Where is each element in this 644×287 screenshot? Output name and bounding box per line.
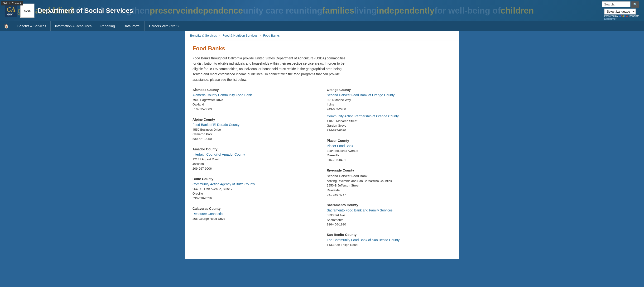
phone-alpine: 530-621-9950 bbox=[192, 137, 317, 141]
page-wrapper: Benefits & Services › Food & Nutrition S… bbox=[185, 31, 459, 259]
county-name-alameda: Alameda County bbox=[192, 88, 317, 92]
logo-area: CA .GOV CDSS Department of Social Servic… bbox=[5, 4, 133, 18]
address-alpine-1: 4550 Business Drive bbox=[192, 127, 317, 132]
main-nav: 🏠 Benefits & Services Information & Reso… bbox=[0, 22, 644, 31]
search-area: 🔍 bbox=[602, 2, 639, 8]
phone-orange-2: 714-897-6670 bbox=[327, 128, 452, 132]
address-san-benito-1: 1133 San Felipe Road bbox=[327, 242, 452, 247]
header-right: 🔍 Select Language Powered by Google Tran… bbox=[602, 2, 639, 20]
address-placer-2: Roseville bbox=[327, 153, 452, 158]
bank-link-alameda-community[interactable]: Alameda County Community Food Bank bbox=[192, 93, 317, 97]
phone-alameda: 510-635-3663 bbox=[192, 108, 317, 111]
county-riverside: Riverside County Second Harvest Food Ban… bbox=[327, 168, 452, 197]
address-sacramento-1: 3333 3rd Ave. bbox=[327, 213, 452, 218]
phone-placer: 916-783-0481 bbox=[327, 158, 452, 162]
county-calaveras: Calaveras County Resource Connection 206… bbox=[192, 207, 317, 221]
gov-text: .GOV bbox=[7, 13, 16, 16]
county-placer: Placer County Placer Food Bank 8284 Indu… bbox=[327, 139, 452, 162]
bank-link-eldorado[interactable]: Food Bank of El Dorado County bbox=[192, 123, 317, 127]
bank-name-second-harvest-riverside: Second Harvest Food Bank bbox=[327, 174, 452, 179]
nav-data-portal[interactable]: Data Portal bbox=[119, 22, 144, 31]
nav-information-resources[interactable]: Information & Resources bbox=[50, 22, 96, 31]
county-name-alpine: Alpine County bbox=[192, 118, 317, 122]
county-name-sacramento: Sacramento County bbox=[327, 203, 452, 207]
address-placer-1: 8284 Industrial Avenue bbox=[327, 148, 452, 153]
address-orange-cap-1: 11870 Monarch Street bbox=[327, 119, 452, 124]
main-content: Food Banks Food Banks throughout Califor… bbox=[185, 40, 459, 259]
header-banner: to aged and blind aid and strengthen pre… bbox=[0, 0, 644, 22]
county-orange: Orange County Second Harvest Food Bank o… bbox=[327, 88, 452, 132]
address-amador-1: 12181 Airport Road bbox=[192, 157, 317, 162]
county-san-benito: San Benito County The Community Food Ban… bbox=[327, 233, 452, 247]
phone-amador: 209-267-9006 bbox=[192, 167, 317, 170]
address-butte-2: Oroville bbox=[192, 191, 317, 196]
county-sacramento: Sacramento County Sacramento Food Bank a… bbox=[327, 203, 452, 226]
county-name-riverside: Riverside County bbox=[327, 168, 452, 172]
disclaimer-link[interactable]: Disclaimer bbox=[604, 17, 616, 20]
nav-benefits-services[interactable]: Benefits & Services bbox=[13, 22, 50, 31]
county-name-butte: Butte County bbox=[192, 177, 317, 181]
search-button[interactable]: 🔍 bbox=[632, 2, 639, 8]
address-riverside-2: Riverside bbox=[327, 188, 452, 193]
left-column: Alameda County Alameda County Community … bbox=[192, 88, 317, 254]
dept-title: Department of Social Services bbox=[37, 7, 133, 14]
breadcrumb-sep-1: › bbox=[219, 34, 220, 37]
language-select[interactable]: Select Language bbox=[604, 8, 636, 14]
riverside-subtext: serving Riverside and San Bernardino Cou… bbox=[327, 179, 452, 184]
county-name-placer: Placer County bbox=[327, 139, 452, 142]
address-calaveras-1: 206 George Reed Drive bbox=[192, 216, 317, 221]
county-butte: Butte County Community Action Agency of … bbox=[192, 177, 317, 200]
breadcrumb-sep-2: › bbox=[260, 34, 261, 37]
breadcrumb-benefits[interactable]: Benefits & Services bbox=[190, 34, 217, 37]
address-alameda-2: Oakland bbox=[192, 102, 317, 107]
bank-link-second-harvest-orange[interactable]: Second Harvest Food Bank of Orange Count… bbox=[327, 93, 452, 97]
ca-text: CA bbox=[7, 6, 16, 13]
bank-link-sacramento-food-bank[interactable]: Sacramento Food Bank and Family Services bbox=[327, 208, 452, 212]
phone-sacramento: 916-456-1980 bbox=[327, 222, 452, 226]
address-alameda-1: 7900 Edgewater Drive bbox=[192, 98, 317, 102]
bank-link-placer-food-bank[interactable]: Placer Food Bank bbox=[327, 144, 452, 148]
ca-gov-logo[interactable]: CA .GOV bbox=[5, 5, 17, 17]
nav-careers[interactable]: Careers With CDSS bbox=[144, 22, 183, 31]
address-riverside-1: 2950-B Jefferson Street bbox=[327, 183, 452, 188]
nav-reporting[interactable]: Reporting bbox=[96, 22, 119, 31]
food-banks-grid: Alameda County Alameda County Community … bbox=[192, 88, 452, 254]
bank-link-community-food-san-benito[interactable]: The Community Food Bank of San Benito Co… bbox=[327, 238, 452, 242]
county-name-orange: Orange County bbox=[327, 88, 452, 92]
phone-riverside: 951-359-4757 bbox=[327, 193, 452, 196]
address-amador-2: Jackson bbox=[192, 162, 317, 166]
address-orange-1: 8014 Marine Way bbox=[327, 98, 452, 102]
breadcrumb-food-banks[interactable]: Food Banks bbox=[263, 34, 280, 37]
skip-link[interactable]: Skip to Content bbox=[1, 1, 23, 6]
bank-link-cap-orange[interactable]: Community Action Partnership of Orange C… bbox=[327, 114, 452, 118]
language-select-area: Select Language Powered by Google Transl… bbox=[604, 8, 639, 20]
county-amador: Amador County Interfaith Council of Amad… bbox=[192, 147, 317, 170]
breadcrumb-food-nutrition[interactable]: Food & Nutrition Services bbox=[222, 34, 257, 37]
county-name-san-benito: San Benito County bbox=[327, 233, 452, 237]
powered-by-text: Powered by Google Translate bbox=[604, 14, 639, 17]
bank-link-interfaith-amador[interactable]: Interfaith Council of Amador County bbox=[192, 152, 317, 156]
intro-paragraph: Food Banks throughout California provide… bbox=[192, 56, 349, 82]
breadcrumb: Benefits & Services › Food & Nutrition S… bbox=[185, 31, 459, 40]
bank-link-resource-connection[interactable]: Resource Connection bbox=[192, 212, 317, 216]
address-butte-1: 2640 S. Fifth Avenue, Suite 7 bbox=[192, 187, 317, 192]
county-name-calaveras: Calaveras County bbox=[192, 207, 317, 210]
address-orange-cap-2: Garden Grove bbox=[327, 123, 452, 128]
county-alpine: Alpine County Food Bank of El Dorado Cou… bbox=[192, 118, 317, 141]
phone-butte: 530-538-7559 bbox=[192, 196, 317, 200]
sub-bank-cap-orange: Community Action Partnership of Orange C… bbox=[327, 114, 452, 132]
right-column: Orange County Second Harvest Food Bank o… bbox=[327, 88, 452, 254]
nav-home-button[interactable]: 🏠 bbox=[0, 22, 13, 31]
county-name-amador: Amador County bbox=[192, 147, 317, 151]
county-alameda: Alameda County Alameda County Community … bbox=[192, 88, 317, 111]
address-orange-2: Irvine bbox=[327, 102, 452, 107]
address-alpine-2: Cameron Park bbox=[192, 132, 317, 136]
search-input[interactable] bbox=[602, 2, 630, 7]
phone-orange-1: 949-653-2900 bbox=[327, 108, 452, 111]
address-sacramento-2: Sacramento bbox=[327, 218, 452, 222]
cdss-logo: CDSS bbox=[20, 4, 34, 18]
bank-link-community-action-butte[interactable]: Community Action Agency of Butte County bbox=[192, 182, 317, 186]
page-title: Food Banks bbox=[192, 45, 452, 52]
